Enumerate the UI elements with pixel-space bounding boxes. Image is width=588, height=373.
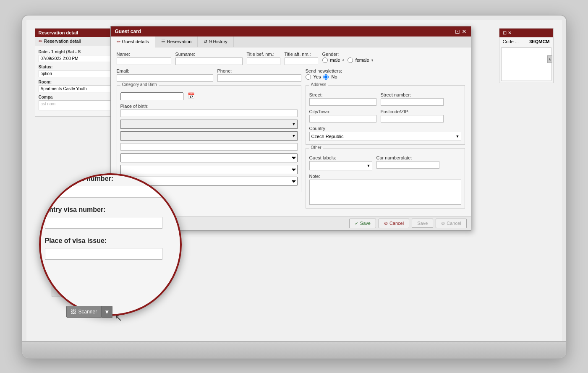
phone-field-group: Phone: <box>217 68 301 82</box>
phone-input[interactable] <box>217 74 301 82</box>
modal-title: Guest card <box>115 29 141 34</box>
scroll-indicator[interactable]: ∧ <box>547 55 552 63</box>
cancel-disabled-button: ⊘ Cancel <box>436 219 466 228</box>
save-disabled-button: Save <box>412 219 433 228</box>
address-box: Address Street: Street number: <box>306 85 465 145</box>
name-label: Name: <box>117 52 171 57</box>
form-row-contact: Email: Phone: Send newsletters: Yes <box>117 68 465 82</box>
other-box: Other Guest labels: <box>306 148 465 209</box>
guest-labels-field-group: Guest labels: ▼ <box>309 155 372 170</box>
newsletter-no-radio[interactable] <box>323 74 329 80</box>
magnify-content: Identity card number: Entry visa number:… <box>39 173 182 281</box>
email-label: Email: <box>117 68 213 73</box>
identity-card-field-group <box>120 143 298 151</box>
scanner-dropdown-chevron: ▼ <box>104 309 110 315</box>
pencil-icon: ✏ <box>39 39 42 44</box>
code-value: 3EQMCM <box>529 39 549 44</box>
tab-history[interactable]: ↺ 9 History <box>198 37 233 47</box>
newsletter-no-label: No <box>331 74 337 79</box>
place-birth-label: Place of birth: <box>120 104 298 109</box>
entry-visa-magnify-input[interactable] <box>45 217 162 229</box>
identity-card-magnify-group: Identity card number: <box>45 175 182 198</box>
doc-type-select[interactable] <box>120 153 298 162</box>
reservation-tab-icon: ☰ <box>161 39 165 44</box>
code-title: ⊡ ✕ <box>503 30 512 36</box>
birth-date-row: 📅 <box>120 92 298 100</box>
city-input[interactable] <box>309 115 376 123</box>
place-birth-field-group: Place of birth: <box>120 104 298 117</box>
place-visa-magnify-group: Place of visa issue: <box>45 237 182 260</box>
magnify-circle: Identity card number: Entry visa number:… <box>39 173 182 316</box>
modal-tabs: ✏ Guest details ☰ Reservation ↺ 9 Histor… <box>111 37 471 47</box>
street-label: Street: <box>309 92 376 97</box>
note-textarea[interactable] <box>309 180 461 205</box>
code-label: Code ... <box>503 39 519 44</box>
modal-close-button[interactable]: ✕ <box>462 29 467 34</box>
tab-guest-details[interactable]: ✏ Guest details <box>111 37 155 47</box>
surname-label: Surname: <box>175 52 243 57</box>
title-bef-field-group: Title bef. nm.: <box>247 52 280 65</box>
identity-card-input[interactable] <box>120 143 298 151</box>
note-label: Note: <box>309 174 461 179</box>
birth-date-input[interactable] <box>120 92 183 100</box>
gender-male-label: male ♂ <box>330 57 345 63</box>
guest-labels-select[interactable] <box>309 161 372 170</box>
gender-field-group: Gender: male ♂ female ♀ <box>322 52 374 63</box>
name-field-group: Name: <box>117 52 171 65</box>
gender-female-radio[interactable] <box>348 57 353 63</box>
doc-issued-select[interactable] <box>120 165 298 174</box>
newsletter-label: Send newsletters: <box>306 68 342 73</box>
scanner-button[interactable]: 🖼 Scanner <box>66 306 102 318</box>
gender-female-label: female ♀ <box>355 57 374 63</box>
gender-radio-group: male ♂ female ♀ <box>322 57 374 63</box>
place-visa-magnify-input[interactable] <box>45 248 162 260</box>
scanner-btn-area: 🖼 Scanner ▼ <box>66 306 113 318</box>
surname-field-group: Surname: <box>175 52 243 65</box>
title-aft-input[interactable] <box>285 57 318 65</box>
modal-controls: ⊡ ✕ <box>455 29 467 34</box>
gender-male-radio[interactable] <box>322 57 328 63</box>
title-bef-input[interactable] <box>247 57 280 65</box>
nationality-select[interactable] <box>120 120 298 129</box>
gender-label: Gender: <box>322 52 374 57</box>
identity-card-magnify-input[interactable] <box>45 186 162 198</box>
scanner-icon: 🖼 <box>71 309 76 315</box>
newsletter-radio-group: Yes No <box>306 74 342 80</box>
save-button[interactable]: ✓ Save <box>349 219 376 228</box>
street-number-input[interactable] <box>381 98 444 106</box>
modal-resize-button[interactable]: ⊡ <box>455 29 460 34</box>
phone-label: Phone: <box>217 68 301 73</box>
city-field-group: City/Town: <box>309 109 376 123</box>
title-aft-field-group: Title aft. nm.: <box>285 52 318 65</box>
modal-title-bar: Guest card ⊡ ✕ <box>111 26 471 37</box>
cancel-button[interactable]: ⊘ Cancel <box>379 219 409 228</box>
street-input[interactable] <box>309 98 376 106</box>
name-input[interactable] <box>117 57 171 65</box>
postcode-field-group: Postcode/ZIP: <box>381 109 444 123</box>
save-icon: ✓ <box>355 221 358 226</box>
scanner-dropdown-button[interactable]: ▼ <box>102 306 112 318</box>
email-field-group: Email: <box>117 68 213 82</box>
labels-car-row: Guest labels: ▼ <box>309 155 461 170</box>
newsletter-yes-label: Yes <box>314 74 321 79</box>
newsletter-field-group: Send newsletters: Yes No <box>306 68 342 80</box>
address-other-section: Address Street: Street number: <box>306 85 465 212</box>
postcode-label: Postcode/ZIP: <box>381 109 444 114</box>
car-numberplate-input[interactable] <box>376 161 439 169</box>
guest-labels-label: Guest labels: <box>309 155 372 160</box>
email-input[interactable] <box>117 74 213 82</box>
address-title: Address <box>309 82 328 87</box>
tab-reservation[interactable]: ☰ Reservation <box>155 37 198 47</box>
car-numberplate-label: Car numberplate: <box>376 155 439 160</box>
calendar-icon[interactable]: 📅 <box>188 92 195 99</box>
title-bef-label: Title bef. nm.: <box>247 52 280 57</box>
pencil-tab-icon: ✏ <box>117 39 120 44</box>
country-select[interactable]: Czech Republic <box>309 132 461 141</box>
postcode-input[interactable] <box>381 115 444 123</box>
surname-input[interactable] <box>175 57 243 65</box>
identity-card-magnify-label: Identity card number: <box>45 175 182 183</box>
history-tab-icon: ↺ <box>204 39 207 44</box>
place-birth-input[interactable] <box>120 110 298 117</box>
newsletter-yes-radio[interactable] <box>306 74 311 80</box>
category-select[interactable] <box>120 131 298 141</box>
